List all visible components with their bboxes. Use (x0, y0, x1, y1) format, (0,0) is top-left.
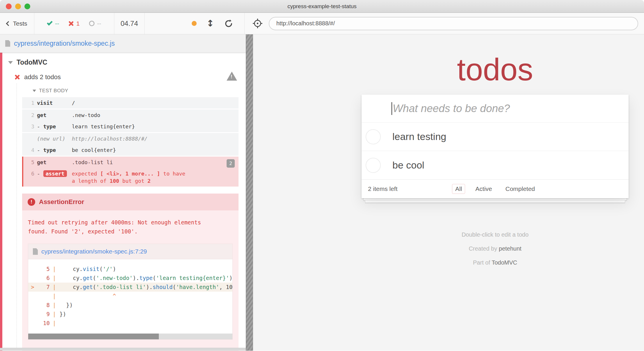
test-body-toggle[interactable]: TEST BODY (33, 88, 239, 94)
code-text: cy.visit('/') (59, 265, 116, 274)
code-text: }) (59, 301, 73, 310)
todo-list: learn testingbe cool (362, 122, 629, 179)
restart-tests-icon[interactable] (224, 19, 233, 28)
error-message-line: Timed out retrying after 4000ms: Not eno… (28, 218, 233, 227)
command-message: http://localhost:8888/#/ (72, 135, 239, 142)
traffic-lights (6, 3, 30, 9)
command-group: (new url)http://localhost:8888/#/4- type… (22, 133, 239, 156)
todo-list-item: learn testing (362, 122, 629, 151)
command-number: 6 (23, 170, 34, 177)
close-window-icon[interactable] (6, 3, 12, 9)
main-content: cypress/integration/smoke-spec.js TodoMV… (0, 34, 644, 351)
command-row[interactable]: (new url)http://localhost:8888/#/ (22, 133, 239, 144)
command-message: .todo-list li (72, 159, 239, 166)
test-failed-x-icon (15, 75, 20, 80)
app-preview-pane: todos What needs to be done? learn testi… (253, 34, 644, 351)
todo-label: be cool (392, 159, 424, 171)
suite-title: TodoMVC (17, 58, 47, 66)
spec-header: cypress/integration/smoke-spec.js (0, 34, 246, 53)
error-message-line: found. Found '2', expected '100'. (28, 227, 233, 236)
code-line: 6| cy.get('.new-todo').type('learn testi… (28, 274, 232, 283)
command-method: get (37, 159, 72, 166)
command-message: expected [ <li>, 1 more... ] to have a l… (72, 170, 209, 185)
command-row[interactable]: 2get.new-todo (22, 109, 239, 121)
command-row[interactable]: 3- typelearn testing{enter} (22, 121, 239, 132)
command-group: 2get.new-todo3- typelearn testing{enter} (22, 109, 239, 132)
new-todo-input[interactable]: What needs to be done? (362, 95, 629, 122)
command-number: 4 (22, 146, 34, 154)
element-count-badge: 2 (227, 159, 235, 168)
command-method: visit (37, 99, 72, 107)
auto-scroll-arrows-icon[interactable]: ↕ (207, 19, 214, 28)
collapse-caret-icon (8, 61, 13, 64)
zoom-window-icon[interactable] (24, 3, 30, 9)
command-row[interactable]: 1visit/ (22, 97, 239, 109)
command-number: 1 (22, 99, 34, 107)
todos-app-title: todos (362, 52, 629, 88)
url-text: http://localhost:8888/#/ (276, 20, 335, 27)
url-address-bar[interactable]: http://localhost:8888/#/ (269, 17, 638, 30)
window-title: cypress-example-test-status (287, 3, 357, 10)
auto-scroll-indicator-icon[interactable] (192, 21, 197, 26)
command-method: - type (37, 146, 72, 154)
test-title: adds 2 todos (24, 73, 61, 81)
command-method: get (37, 111, 72, 119)
command-group: 1visit/ (22, 97, 239, 109)
test-duration: 04.74 (114, 13, 145, 34)
code-frame-scrollbar[interactable] (28, 334, 232, 339)
command-message: .new-todo (72, 111, 239, 119)
test-row[interactable]: adds 2 todos ! (2, 66, 246, 83)
back-to-tests-label: Tests (13, 20, 27, 27)
test-body-label: TEST BODY (39, 88, 68, 94)
code-line: 5| cy.visit('/') (28, 265, 232, 274)
command-method: (new url) (37, 135, 72, 142)
code-line: 10| (28, 319, 232, 328)
filter-all[interactable]: All (452, 184, 465, 194)
author-link[interactable]: petehunt (499, 245, 522, 252)
scroll-controls: ↕ (145, 13, 245, 34)
command-number: 3 (22, 123, 34, 130)
test-content: TEST BODY 1visit/2get.new-todo3- typelea… (17, 83, 246, 351)
todo-toggle-checkbox[interactable] (366, 129, 381, 144)
warning-icon: ! (227, 72, 237, 81)
code-frame: cypress/integration/smoke-spec.js:7:29 5… (28, 244, 233, 340)
command-row[interactable]: 5get.todo-list li2 (23, 157, 239, 168)
filter-completed[interactable]: Completed (502, 184, 538, 194)
titlebar: cypress-example-test-status (0, 0, 644, 13)
chevron-left-icon (6, 21, 11, 26)
todo-toggle-checkbox[interactable] (366, 158, 381, 173)
code-frame-code: 5| cy.visit('/')6| cy.get('.new-todo').t… (28, 259, 232, 330)
caret-down-icon (33, 90, 36, 92)
x-icon (68, 21, 74, 26)
todo-footer: 2 items left AllActiveCompleted (362, 179, 629, 198)
panel-resizer-handle[interactable] (246, 34, 253, 351)
suite-row[interactable]: TodoMVC (2, 53, 246, 66)
command-log: 1visit/2get.new-todo3- typelearn testing… (22, 97, 239, 187)
reporter-bottom-edge (0, 348, 246, 351)
command-method: - assert (37, 170, 72, 177)
filter-active[interactable]: Active (472, 184, 495, 194)
code-line: 9|}) (28, 310, 232, 319)
back-to-tests-button[interactable]: Tests (0, 13, 34, 34)
selector-playground-icon[interactable] (252, 18, 263, 29)
command-message: learn testing{enter} (72, 123, 239, 130)
todomvc-link[interactable]: TodoMVC (492, 259, 517, 266)
scrollbar-thumb[interactable] (28, 334, 159, 339)
error-title: AssertionError (39, 198, 84, 206)
edit-hint-text: Double-click to edit a todo (362, 231, 629, 238)
code-line: >7| cy.get('.todo-list li').should('have… (28, 283, 232, 292)
stat-passed: -- (47, 20, 59, 27)
todo-label: learn testing (392, 131, 446, 142)
code-frame-file-link[interactable]: cypress/integration/smoke-spec.js:7:29 (41, 248, 147, 255)
stat-pending: -- (89, 20, 101, 27)
stat-failed: 1 (68, 20, 80, 27)
pending-count: -- (97, 20, 101, 27)
spec-file-link[interactable]: cypress/integration/smoke-spec.js (14, 40, 115, 47)
file-icon (33, 248, 38, 255)
todo-filters: AllActiveCompleted (452, 184, 538, 194)
url-section: http://localhost:8888/#/ (245, 13, 644, 34)
command-row[interactable]: 6- assertexpected [ <li>, 1 more... ] to… (23, 168, 239, 187)
error-icon: ! (28, 198, 35, 206)
minimize-window-icon[interactable] (15, 3, 21, 9)
command-row[interactable]: 4- typebe cool{enter} (22, 144, 239, 156)
